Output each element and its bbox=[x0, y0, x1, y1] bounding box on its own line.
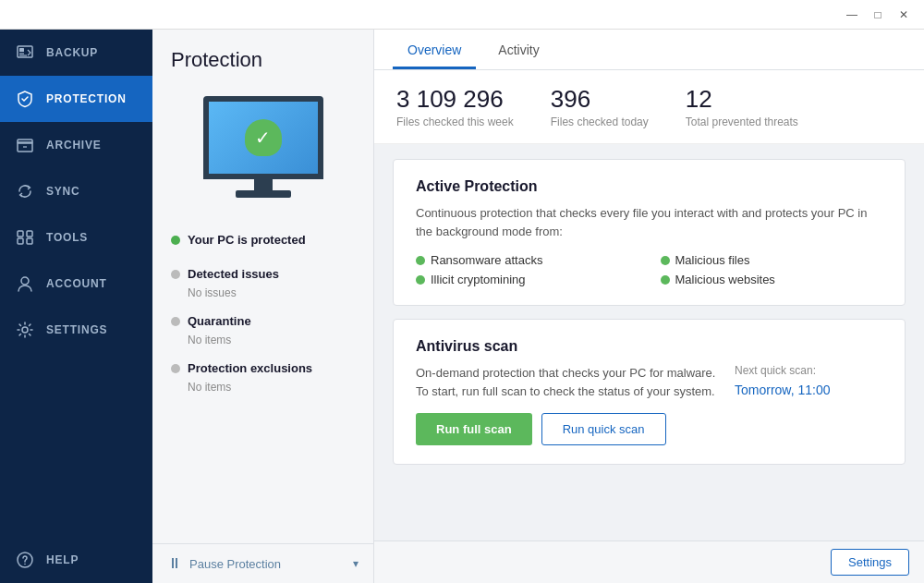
stat-value-prevented: 12 bbox=[686, 85, 798, 114]
sidebar-bottom: HELP bbox=[0, 537, 152, 583]
quarantine-group: Quarantine No items bbox=[171, 309, 355, 350]
sidebar-item-sync[interactable]: SYNC bbox=[0, 168, 152, 214]
left-panel-header: Protection bbox=[152, 30, 373, 87]
status-label-main: Your PC is protected bbox=[188, 233, 306, 247]
antivirus-scan-desc: On-demand protection that checks your PC… bbox=[416, 364, 716, 400]
quarantine-label: Quarantine bbox=[188, 314, 251, 328]
status-dot-green bbox=[171, 236, 180, 245]
sidebar-item-archive[interactable]: ARCHIVE bbox=[0, 122, 152, 168]
sidebar-item-label-account: ACCOUNT bbox=[46, 277, 107, 290]
feature-label-malicious-files: Malicious files bbox=[675, 253, 750, 267]
antivirus-scan-title: Antivirus scan bbox=[416, 338, 882, 355]
exclusions-sublabel: No items bbox=[171, 381, 355, 397]
exclusions-label: Protection exclusions bbox=[188, 361, 312, 375]
sidebar-item-label-settings: SETTINGS bbox=[46, 323, 107, 336]
status-dot-detected bbox=[171, 270, 180, 279]
svg-point-11 bbox=[21, 277, 29, 285]
sidebar-item-settings[interactable]: SETTINGS bbox=[0, 307, 152, 353]
feature-dot-cryptomining bbox=[416, 275, 425, 285]
next-scan-time: Tomorrow, 11:00 bbox=[735, 383, 831, 397]
main-panel: Protection ✓ Your PC bbox=[152, 30, 924, 583]
tab-overview[interactable]: Overview bbox=[393, 30, 476, 69]
sidebar-item-label-backup: BACKUP bbox=[46, 46, 98, 59]
stat-value-files-today: 396 bbox=[551, 85, 649, 114]
tab-activity[interactable]: Activity bbox=[483, 30, 553, 69]
feature-cryptomining: Illicit cryptomining bbox=[416, 273, 638, 286]
status-section: Your PC is protected Detected issues No … bbox=[152, 216, 373, 408]
stat-value-files-week: 3 109 296 bbox=[396, 85, 514, 114]
feature-label-malicious-websites: Malicious websites bbox=[675, 273, 775, 286]
feature-ransomware: Ransomware attacks bbox=[416, 253, 638, 267]
antivirus-scan-card: Antivirus scan On-demand protection that… bbox=[393, 319, 906, 465]
run-full-scan-button[interactable]: Run full scan bbox=[416, 413, 532, 445]
backup-icon bbox=[15, 43, 35, 63]
tabs-bar: Overview Activity bbox=[374, 30, 924, 70]
run-quick-scan-button[interactable]: Run quick scan bbox=[541, 413, 666, 445]
monitor-graphic: ✓ bbox=[203, 96, 323, 198]
pause-chevron-icon: ▾ bbox=[353, 557, 359, 570]
sidebar-item-tools[interactable]: TOOLS bbox=[0, 214, 152, 261]
feature-dot-malicious-websites bbox=[661, 275, 670, 285]
pause-bar[interactable]: ⏸ Pause Protection ▾ bbox=[152, 543, 373, 583]
settings-icon bbox=[15, 320, 35, 340]
protection-icon bbox=[15, 89, 35, 109]
monitor-neck bbox=[254, 179, 273, 190]
app-body: BACKUP PROTECTION ARCHIVE bbox=[0, 30, 924, 583]
title-bar: — □ ✕ bbox=[0, 0, 924, 30]
left-panel: Protection ✓ Your PC bbox=[152, 30, 374, 583]
status-item-quarantine: Quarantine bbox=[171, 309, 355, 334]
close-button[interactable]: ✕ bbox=[891, 2, 917, 28]
account-icon bbox=[15, 273, 35, 294]
antivirus-left: On-demand protection that checks your PC… bbox=[416, 364, 716, 445]
monitor-base bbox=[236, 190, 291, 198]
feature-label-ransomware: Ransomware attacks bbox=[431, 253, 542, 267]
detected-label: Detected issues bbox=[188, 267, 279, 281]
svg-point-14 bbox=[24, 564, 26, 565]
sidebar-item-label-archive: ARCHIVE bbox=[46, 139, 102, 152]
help-icon bbox=[15, 550, 35, 570]
features-grid: Ransomware attacks Malicious files Illic… bbox=[416, 253, 882, 286]
content-area: Protection ✓ Your PC bbox=[152, 30, 924, 583]
active-protection-title: Active Protection bbox=[416, 178, 882, 195]
cards-container: Active Protection Continuous protection … bbox=[374, 144, 924, 480]
feature-malicious-websites: Malicious websites bbox=[661, 273, 883, 286]
stat-files-today: 396 Files checked today bbox=[551, 85, 649, 128]
page-title: Protection bbox=[171, 48, 355, 72]
stat-desc-prevented: Total prevented threats bbox=[686, 115, 798, 128]
stat-desc-files-today: Files checked today bbox=[551, 115, 649, 128]
next-scan-label: Next quick scan: bbox=[735, 364, 816, 377]
maximize-button[interactable]: □ bbox=[865, 2, 891, 28]
sidebar-item-help[interactable]: HELP bbox=[0, 537, 152, 583]
svg-rect-7 bbox=[18, 231, 23, 237]
sidebar-item-backup[interactable]: BACKUP bbox=[0, 30, 152, 76]
pause-label: Pause Protection bbox=[189, 557, 346, 571]
detected-sublabel: No issues bbox=[171, 286, 355, 303]
active-protection-card: Active Protection Continuous protection … bbox=[393, 159, 906, 306]
exclusions-group: Protection exclusions No items bbox=[171, 356, 355, 397]
minimize-button[interactable]: — bbox=[839, 2, 865, 28]
sidebar-item-label-protection: PROTECTION bbox=[46, 92, 127, 105]
sidebar-item-account[interactable]: ACCOUNT bbox=[0, 261, 152, 307]
status-dot-quarantine bbox=[171, 317, 180, 326]
active-protection-desc: Continuous protection that checks every … bbox=[416, 204, 882, 240]
sidebar: BACKUP PROTECTION ARCHIVE bbox=[0, 30, 152, 583]
svg-rect-9 bbox=[18, 238, 23, 244]
tools-icon bbox=[15, 227, 35, 248]
status-item-main: Your PC is protected bbox=[171, 227, 355, 252]
svg-rect-8 bbox=[27, 231, 32, 237]
stats-bar: 3 109 296 Files checked this week 396 Fi… bbox=[374, 70, 924, 144]
stat-prevented: 12 Total prevented threats bbox=[686, 85, 798, 128]
sidebar-item-label-tools: TOOLS bbox=[46, 231, 88, 244]
svg-rect-10 bbox=[27, 238, 32, 244]
settings-bar: Settings bbox=[374, 540, 924, 583]
svg-rect-1 bbox=[19, 48, 24, 52]
feature-malicious-files: Malicious files bbox=[661, 253, 883, 267]
sidebar-item-label-help: HELP bbox=[46, 553, 79, 566]
stat-desc-files-week: Files checked this week bbox=[396, 115, 514, 128]
settings-button[interactable]: Settings bbox=[831, 549, 909, 576]
archive-icon bbox=[15, 135, 35, 155]
sidebar-item-label-sync: SYNC bbox=[46, 185, 80, 198]
sidebar-item-protection[interactable]: PROTECTION bbox=[0, 76, 152, 122]
stat-files-week: 3 109 296 Files checked this week bbox=[396, 85, 514, 128]
sync-icon bbox=[15, 181, 35, 201]
